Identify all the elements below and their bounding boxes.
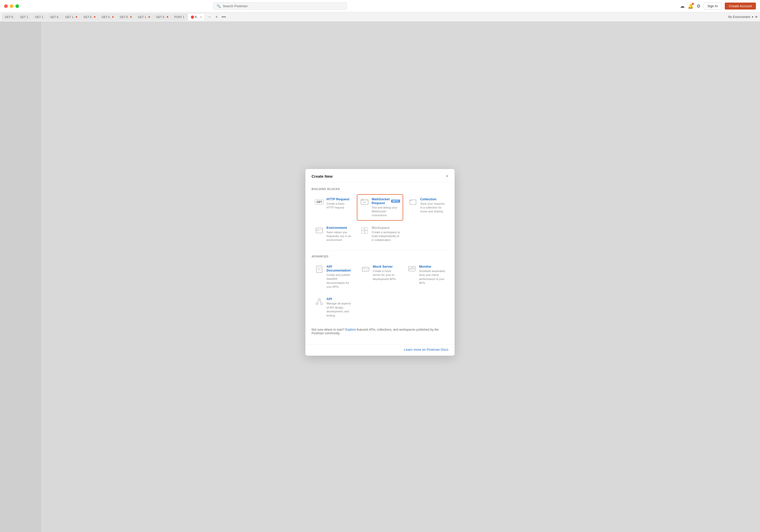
svg-rect-4 — [316, 228, 323, 233]
tab-item[interactable]: GET 6. — [153, 13, 171, 21]
websocket-request-desc: Test and debug your WebSocket connection… — [372, 206, 400, 218]
modal-footer: Learn more on Postman Docs — [306, 344, 454, 356]
http-request-icon: GET — [315, 197, 324, 206]
websocket-request-icon — [360, 197, 369, 206]
create-account-button[interactable]: Create Account — [725, 3, 756, 10]
settings-gear-button[interactable]: ⚙ — [696, 3, 700, 9]
api-documentation-icon — [315, 265, 324, 274]
tab-more-button[interactable]: ••• — [221, 14, 227, 20]
svg-rect-3 — [410, 200, 416, 204]
api-documentation-title: API Documentation — [326, 265, 353, 272]
tab-item[interactable]: GET 1. — [32, 13, 47, 21]
sign-in-button[interactable]: Sign In — [704, 3, 722, 10]
footer-text: Not sure where to start? Explore feature… — [311, 326, 449, 339]
tab-actions: → + ••• — [206, 14, 227, 20]
explore-link[interactable]: Explore — [345, 328, 356, 332]
environment-icon — [315, 226, 324, 235]
tab-item[interactable]: POST 1 — [171, 13, 187, 21]
tab-item[interactable]: GET 1. — [135, 13, 153, 21]
search-icon: 🔍 — [216, 4, 221, 8]
http-request-card[interactable]: GET HTTP Request Create a basic HTTP req… — [311, 194, 355, 221]
http-request-desc: Create a basic HTTP request — [326, 202, 352, 210]
api-title: API — [326, 297, 353, 301]
learn-more-link[interactable]: Learn more on Postman Docs — [404, 348, 449, 351]
collection-card[interactable]: Collection Save your requests in a colle… — [405, 194, 449, 221]
mock-server-card[interactable]: Mock Server Create a mock server for you… — [358, 261, 402, 292]
building-blocks-grid: GET HTTP Request Create a basic HTTP req… — [311, 194, 449, 245]
collection-desc: Save your requests in a collection for r… — [420, 202, 445, 214]
tab-item[interactable]: GET 6. — [80, 13, 98, 21]
tab-dot — [130, 16, 132, 18]
svg-line-24 — [320, 301, 321, 303]
tab-bar: GET 6. GET 1. GET 1. GET 6. GET 1. GET 6… — [0, 12, 760, 22]
svg-rect-9 — [361, 231, 364, 234]
tab-dot — [148, 16, 150, 18]
api-documentation-desc: Create and publish beautiful documentati… — [326, 273, 353, 289]
modal-title: Create New — [311, 174, 333, 178]
tab-dot — [76, 16, 77, 18]
tab-item[interactable]: GET 6. — [2, 13, 17, 21]
svg-point-22 — [320, 303, 323, 305]
tab-add-button[interactable]: + — [214, 14, 220, 20]
collection-icon — [408, 197, 417, 206]
svg-line-23 — [317, 301, 318, 303]
environment-desc: Save values you frequently use in an env… — [326, 230, 352, 242]
tab-item[interactable]: GET 1. — [63, 13, 80, 21]
svg-rect-7 — [361, 227, 364, 230]
search-bar[interactable]: 🔍 Search Postman — [213, 2, 347, 10]
svg-point-20 — [318, 299, 320, 301]
websocket-request-card[interactable]: WebSocket Request BETA Test and debug yo… — [357, 194, 404, 221]
notification-dot — [692, 3, 694, 5]
svg-rect-11 — [316, 266, 322, 273]
monitor-card[interactable]: Monitor Schedule automated tests and che… — [404, 261, 449, 292]
svg-rect-6 — [317, 230, 319, 231]
api-icon — [315, 297, 324, 306]
cloud-icon-button[interactable]: ☁ — [680, 3, 685, 9]
window-controls — [4, 4, 45, 8]
svg-rect-19 — [408, 266, 415, 271]
api-desc: Manage all aspects of API design, develo… — [326, 302, 353, 318]
building-blocks-label: Building Blocks — [311, 188, 449, 191]
environment-selector-label: No Environment — [728, 15, 750, 19]
create-new-modal: Create New × Building Blocks GET HTTP Re… — [306, 169, 454, 356]
tab-item[interactable]: GET 1. — [17, 13, 32, 21]
modal-header: Create New × — [306, 169, 454, 182]
svg-rect-8 — [365, 227, 368, 230]
api-card[interactable]: API Manage all aspects of API design, de… — [311, 294, 356, 321]
tab-item[interactable]: GET 6. — [47, 13, 62, 21]
tab-navigate-back-button[interactable]: → — [206, 14, 213, 20]
chevron-down-icon: ▾ — [752, 15, 753, 19]
modal-close-button[interactable]: × — [446, 174, 449, 179]
modal-body: Building Blocks GET HTTP Request Create … — [306, 182, 454, 344]
environment-title: Environment — [326, 226, 352, 230]
window-close-button[interactable] — [4, 4, 8, 8]
tab-dot — [112, 16, 114, 18]
tab-item[interactable]: GET 6. — [117, 13, 135, 21]
svg-rect-0 — [361, 199, 368, 204]
search-placeholder: Search Postman — [223, 4, 248, 8]
header-actions: ☁ 🔔 ⚙ Sign In Create Account — [680, 3, 756, 10]
monitor-icon — [407, 265, 416, 274]
workspace-title: Workspace — [372, 226, 400, 230]
svg-rect-15 — [362, 267, 369, 271]
advanced-grid: API Documentation Create and publish bea… — [311, 261, 449, 321]
environment-selector[interactable]: No Environment ▾ 👁 — [728, 15, 758, 19]
tab-dot — [167, 16, 168, 18]
api-documentation-card[interactable]: API Documentation Create and publish bea… — [311, 261, 356, 292]
websocket-request-title: WebSocket Request BETA — [372, 197, 400, 205]
tab-item-active[interactable]: 🔴 R. ✕ — [188, 13, 205, 21]
tab-close-button[interactable]: ✕ — [200, 16, 202, 19]
tab-item[interactable]: GET h. — [99, 13, 117, 21]
collection-title: Collection — [420, 197, 445, 201]
mock-server-desc: Create a mock server for your in-develop… — [373, 269, 399, 281]
mock-server-title: Mock Server — [373, 265, 399, 268]
workspace-card[interactable]: Workspace Create a workspace to build in… — [357, 223, 404, 245]
header: 🔍 Search Postman ☁ 🔔 ⚙ Sign In Create Ac… — [0, 0, 760, 12]
window-maximize-button[interactable] — [16, 4, 19, 8]
notification-bell-button[interactable]: 🔔 — [688, 3, 693, 9]
environment-card[interactable]: Environment Save values you frequently u… — [311, 223, 355, 245]
mock-server-icon — [361, 265, 370, 274]
window-minimize-button[interactable] — [10, 4, 13, 8]
monitor-title: Monitor — [419, 265, 445, 268]
eye-icon: 👁 — [755, 15, 758, 19]
